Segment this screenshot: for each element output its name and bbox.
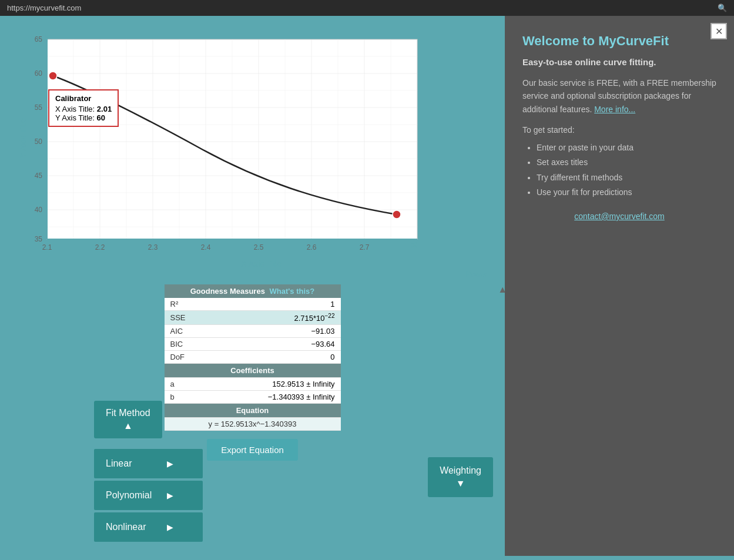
equation-row: y = 152.9513x^−1.340393 — [165, 418, 341, 431]
search-icon[interactable]: 🔍 — [718, 4, 727, 12]
fit-linear-label: Linear — [106, 458, 132, 469]
fit-nonlinear-arrow: ▶ — [167, 522, 173, 532]
close-button[interactable]: ✕ — [710, 23, 727, 39]
svg-text:45: 45 — [35, 172, 43, 180]
chart-area: Calibrator X Axis Title: 2.01 Y Axis Tit… — [24, 33, 429, 257]
svg-text:Y: Y — [44, 33, 51, 43]
svg-text:2.2: 2.2 — [95, 243, 105, 252]
coefficient-row: a152.9513 ± Infinity — [165, 378, 341, 391]
contact-section: contact@mycurvefit.com — [522, 212, 716, 221]
svg-text:✕: ✕ — [410, 240, 418, 250]
welcome-heading-prefix: Welcome to — [522, 33, 598, 48]
svg-text:35: 35 — [35, 235, 43, 243]
svg-text:2.5: 2.5 — [254, 243, 264, 252]
contact-link[interactable]: contact@mycurvefit.com — [574, 212, 664, 221]
fit-polynomial-arrow: ▶ — [167, 491, 173, 500]
fit-method-button[interactable]: Fit Method ▲ — [94, 401, 162, 438]
svg-text:50: 50 — [35, 138, 43, 146]
fit-linear-arrow: ▶ — [167, 459, 173, 468]
bullet-list: Enter or paste in your data Set axes tit… — [522, 140, 716, 200]
goodness-header: Goodness Measures What's this? — [165, 284, 341, 298]
goodness-row: DoF0 — [165, 351, 341, 364]
chart-svg: 65 60 55 50 45 40 35 Y 2.1 2.2 2.3 2.4 2… — [24, 33, 429, 257]
x-axis-label: X Axis Title — [24, 259, 499, 269]
power-label: Power — [6, 270, 487, 279]
svg-text:2.7: 2.7 — [360, 243, 370, 252]
weighting-button[interactable]: Weighting ▼ — [428, 457, 493, 497]
svg-text:65: 65 — [35, 35, 43, 43]
goodness-table: Goodness Measures What's this? R²1SSE2.7… — [165, 284, 341, 431]
get-started-text: To get started: — [522, 125, 716, 135]
bullet-3: Try different fit methods — [537, 170, 716, 185]
svg-text:2.6: 2.6 — [307, 243, 317, 252]
goodness-row: AIC−91.03 — [165, 325, 341, 338]
more-info-link[interactable]: More info... — [594, 105, 635, 114]
fit-nonlinear-button[interactable]: Nonlinear ▶ — [94, 512, 203, 542]
fit-polynomial-button[interactable]: Polynomial ▶ — [94, 481, 203, 510]
main-container: Y Axis Title Calibrator X Axis Title: 2.… — [0, 16, 734, 556]
welcome-desc: Our basic service is FREE, with a FREE m… — [522, 76, 716, 116]
fit-method-menu: Linear ▶ Polynomial ▶ Nonlinear ▶ — [94, 449, 203, 544]
fit-polynomial-label: Polynomial — [106, 490, 152, 501]
svg-text:55: 55 — [35, 103, 43, 112]
goodness-row: SSE2.715*10−22 — [165, 311, 341, 325]
bullet-1: Enter or paste in your data — [537, 140, 716, 155]
fit-nonlinear-label: Nonlinear — [106, 522, 146, 532]
goodness-row: R²1 — [165, 298, 341, 311]
svg-text:40: 40 — [35, 206, 43, 214]
whats-this-link[interactable]: What's this? — [270, 287, 315, 296]
svg-text:2.3: 2.3 — [148, 243, 158, 252]
goodness-rows: R²1SSE2.715*10−22AIC−91.03BIC−93.64DoF0C… — [165, 298, 341, 431]
export-equation-button[interactable]: Export Equation — [207, 439, 298, 461]
welcome-subtitle: Easy-to-use online curve fitting. — [522, 57, 716, 67]
svg-point-44 — [393, 210, 401, 219]
svg-point-43 — [49, 72, 57, 80]
coefficients-header-row: Coefficients — [165, 364, 341, 378]
welcome-panel: ✕ Welcome to MyCurveFit Easy-to-use onli… — [505, 16, 734, 556]
svg-text:2.1: 2.1 — [42, 243, 52, 252]
bullet-4: Use your fit for predictions — [537, 185, 716, 200]
welcome-heading: Welcome to MyCurveFit — [522, 33, 716, 49]
goodness-row: BIC−93.64 — [165, 338, 341, 351]
brand-name: MyCurveFit — [598, 33, 669, 48]
bullet-2: Set axes titles — [537, 155, 716, 170]
fit-linear-button[interactable]: Linear ▶ — [94, 449, 203, 478]
svg-text:60: 60 — [35, 69, 43, 78]
coefficient-row: b−1.340393 ± Infinity — [165, 391, 341, 404]
url-display: https://mycurvefit.com — [7, 4, 81, 12]
stats-section: Goodness Measures What's this? R²1SSE2.7… — [6, 284, 499, 431]
chart-panel: Y Axis Title Calibrator X Axis Title: 2.… — [0, 16, 505, 556]
equation-header-row: Equation — [165, 404, 341, 418]
svg-text:2.4: 2.4 — [201, 243, 211, 252]
topbar: https://mycurvefit.com 🔍 — [0, 0, 734, 16]
